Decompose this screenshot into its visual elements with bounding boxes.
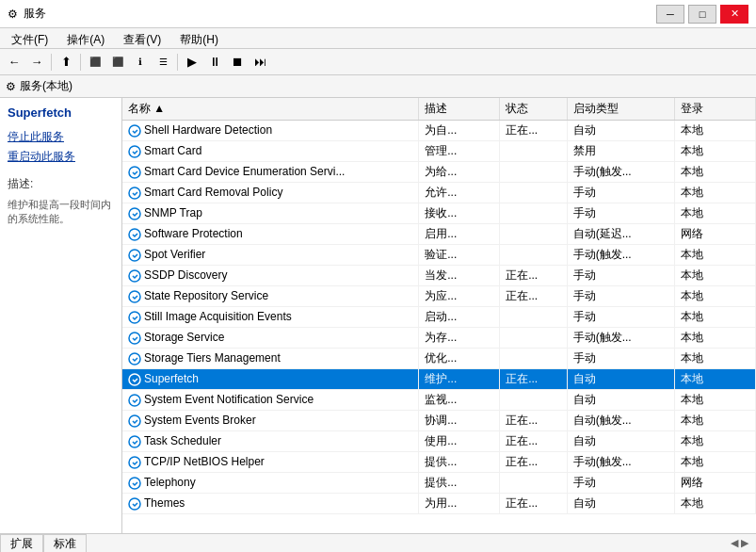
service-icon [128, 228, 141, 241]
table-row[interactable]: System Events Broker协调...正在...自动(触发...本地 [122, 411, 756, 431]
svg-point-7 [129, 270, 140, 282]
back-button[interactable]: ← [4, 52, 24, 73]
stop-service-link[interactable]: 停止此服务 [8, 129, 114, 145]
nav-right-icon[interactable]: ▶ [741, 537, 748, 548]
tab-expand[interactable]: 扩展 [0, 534, 43, 553]
table-row[interactable]: TCP/IP NetBIOS Helper提供...正在...手动(触发...本… [122, 452, 756, 473]
toolbar-sep-1 [51, 54, 52, 71]
up-button[interactable]: ⬆ [56, 52, 76, 73]
svg-point-11 [129, 353, 140, 365]
restart-service-link[interactable]: 重启动此服务 [8, 149, 114, 165]
service-desc-cell: 维护... [419, 369, 500, 390]
nav-left-icon[interactable]: ◀ [731, 537, 738, 548]
show-hide-btn[interactable]: ⬛ [85, 52, 105, 73]
play-button[interactable]: ▶ [182, 52, 202, 73]
forward-button[interactable]: → [26, 52, 47, 73]
stop-button[interactable]: ⏹ [227, 52, 248, 73]
col-login[interactable]: 登录 [675, 98, 756, 121]
menu-view[interactable]: 查看(V) [116, 30, 169, 46]
service-login-cell: 本地 [675, 411, 756, 431]
table-row[interactable]: State Repository Service为应...正在...手动本地 [122, 286, 756, 307]
service-login-cell: 本地 [675, 431, 756, 452]
service-startup-cell: 自动 [567, 390, 674, 411]
table-row[interactable]: SNMP Trap接收...手动本地 [122, 203, 756, 224]
table-row[interactable]: Software Protection启用...自动(延迟...网络 [122, 224, 756, 245]
col-status[interactable]: 状态 [500, 98, 568, 121]
col-desc[interactable]: 描述 [419, 98, 500, 121]
table-row[interactable]: Smart Card Device Enumeration Servi...为给… [122, 162, 756, 183]
service-status-cell: 正在... [500, 494, 568, 514]
service-desc-cell: 提供... [419, 452, 500, 473]
service-desc-cell: 使用... [419, 431, 500, 452]
desc-text: 维护和提高一段时间内的系统性能。 [8, 198, 114, 227]
table-row[interactable]: Still Image Acquisition Events启动...手动本地 [122, 307, 756, 328]
table-row[interactable]: Task Scheduler使用...正在...自动本地 [122, 431, 756, 452]
svg-point-4 [129, 208, 140, 219]
service-icon [128, 187, 141, 200]
service-name-cell: System Events Broker [122, 411, 419, 431]
service-startup-cell: 自动 [567, 494, 674, 514]
service-icon [128, 311, 141, 324]
restart-button[interactable]: ⏭ [249, 52, 270, 73]
pause-button[interactable]: ⏸ [204, 52, 225, 73]
menu-action[interactable]: 操作(A) [59, 30, 112, 46]
menu-help[interactable]: 帮助(H) [172, 30, 226, 46]
service-name-cell: System Event Notification Service [122, 390, 419, 411]
service-status-cell: 正在... [500, 286, 568, 307]
service-icon [128, 145, 141, 158]
table-row[interactable]: System Event Notification Service监视...自动… [122, 390, 756, 411]
col-name[interactable]: 名称 ▲ [122, 98, 419, 121]
service-name-cell: Superfetch [122, 369, 419, 390]
service-icon [128, 332, 141, 345]
minimize-button[interactable]: ─ [656, 5, 684, 24]
service-status-cell [500, 328, 568, 349]
table-row[interactable]: Storage Service为存...手动(触发...本地 [122, 328, 756, 349]
prop-btn[interactable]: ℹ [130, 52, 151, 73]
app-icon: ⚙ [8, 8, 18, 21]
service-startup-cell: 自动 [567, 121, 674, 141]
service-name-cell: Telephony [122, 473, 419, 494]
col-startup[interactable]: 启动类型 [567, 98, 674, 121]
table-row[interactable]: Smart Card管理...禁用本地 [122, 141, 756, 162]
table-row[interactable]: Telephony提供...手动网络 [122, 473, 756, 494]
service-name-cell: SSDP Discovery [122, 266, 419, 286]
address-label: 服务(本地) [20, 78, 72, 94]
service-login-cell: 本地 [675, 162, 756, 183]
service-status-cell [500, 183, 568, 203]
service-startup-cell: 手动 [567, 307, 674, 328]
service-startup-cell: 手动(触发... [567, 452, 674, 473]
table-row[interactable]: Superfetch维护...正在...自动本地 [122, 369, 756, 390]
service-startup-cell: 手动(触发... [567, 328, 674, 349]
service-startup-cell: 手动 [567, 183, 674, 203]
service-name-cell: Smart Card [122, 141, 419, 162]
tab-standard[interactable]: 标准 [43, 534, 87, 553]
table-row[interactable]: Smart Card Removal Policy允许...手动本地 [122, 183, 756, 203]
service-icon [128, 456, 141, 469]
export-btn[interactable]: ⬛ [107, 52, 128, 73]
table-row[interactable]: Themes为用...正在...自动本地 [122, 494, 756, 514]
list-btn[interactable]: ☰ [153, 52, 173, 73]
table-scroll[interactable]: 名称 ▲ 描述 状态 启动类型 登录 Shell Hardware Detect… [122, 98, 756, 533]
service-startup-cell: 手动 [567, 286, 674, 307]
maximize-button[interactable]: □ [688, 5, 716, 24]
service-desc-cell: 为自... [419, 121, 500, 141]
title-bar: ⚙ 服务 ─ □ ✕ [0, 0, 756, 28]
service-icon [128, 477, 141, 490]
table-row[interactable]: Spot Verifier验证...手动(触发...本地 [122, 245, 756, 266]
svg-point-15 [129, 436, 140, 447]
table-row[interactable]: Storage Tiers Management优化...手动本地 [122, 349, 756, 369]
service-status-cell: 正在... [500, 266, 568, 286]
service-status-cell [500, 141, 568, 162]
service-login-cell: 本地 [675, 452, 756, 473]
service-name-cell: SNMP Trap [122, 203, 419, 224]
svg-point-13 [129, 395, 140, 406]
service-name-cell: Storage Service [122, 328, 419, 349]
service-startup-cell: 自动 [567, 431, 674, 452]
menu-file[interactable]: 文件(F) [4, 30, 56, 46]
svg-point-8 [129, 291, 140, 302]
service-icon [128, 352, 141, 365]
close-button[interactable]: ✕ [720, 5, 748, 24]
status-right: ◀ ▶ [731, 537, 748, 549]
table-row[interactable]: Shell Hardware Detection为自...正在...自动本地 [122, 121, 756, 141]
table-row[interactable]: SSDP Discovery当发...正在...手动本地 [122, 266, 756, 286]
